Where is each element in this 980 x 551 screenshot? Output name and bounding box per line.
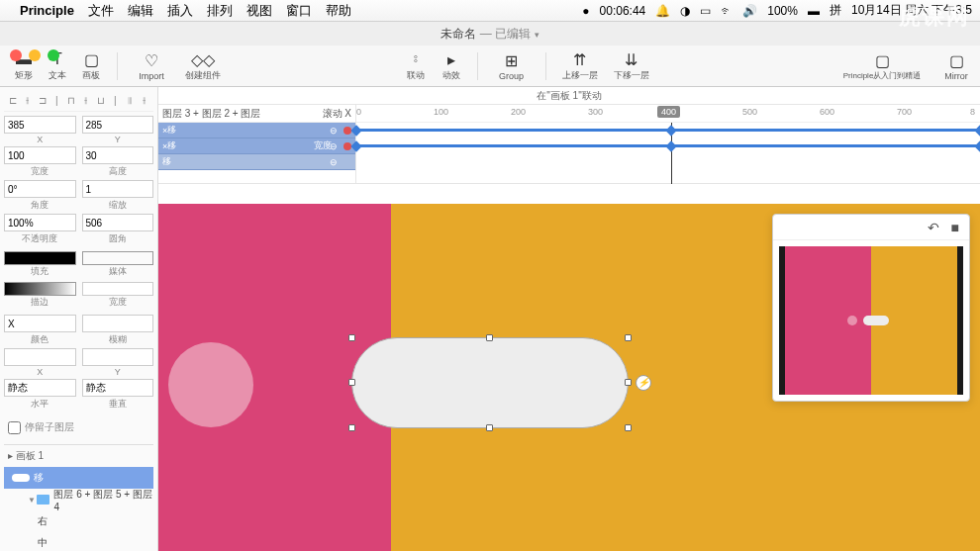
doc-state: — 已编辑 bbox=[480, 27, 531, 41]
align-bottom-icon: ⊔ bbox=[94, 95, 108, 107]
prop-y[interactable] bbox=[82, 116, 154, 134]
macos-menubar: Principle 文件 编辑 插入 排列 视图 窗口 帮助 ● 00:06:4… bbox=[0, 0, 980, 22]
layer-item-right[interactable]: 右 bbox=[4, 510, 153, 532]
scroll-v[interactable] bbox=[82, 379, 154, 397]
wifi-icon[interactable]: ᯤ bbox=[721, 4, 733, 18]
tool-import[interactable]: ♡Import bbox=[128, 46, 175, 86]
rec-icon: ● bbox=[582, 4, 589, 18]
prop-x[interactable] bbox=[4, 116, 76, 134]
alignment-controls[interactable]: ⊏⫲⊐ | ⊓⫲⊔ | ⫴⫲ bbox=[4, 91, 153, 112]
shadow-x[interactable] bbox=[4, 348, 76, 366]
prop-width[interactable] bbox=[4, 146, 76, 164]
track-3[interactable] bbox=[356, 154, 980, 170]
align-right-icon: ⊐ bbox=[36, 95, 49, 107]
layers-header: ▸ 画板 1 bbox=[4, 445, 153, 467]
inspector-panel: ⊏⫲⊐ | ⊓⫲⊔ | ⫴⫲ X Y 宽度 高度 角度 缩放 不透明度 圆角 填… bbox=[0, 87, 158, 551]
doc-title: 未命名 bbox=[441, 27, 476, 41]
tl-scroll[interactable]: 滚动 X bbox=[323, 107, 351, 121]
shadow-color-4[interactable] bbox=[4, 315, 76, 332]
sync-icon[interactable]: ◑ bbox=[680, 4, 690, 18]
border-swatch[interactable] bbox=[4, 282, 76, 296]
camera-icon[interactable]: ■ bbox=[951, 220, 959, 235]
prop-height[interactable] bbox=[82, 146, 154, 164]
tool-layer-up[interactable]: ⇈上移一层 bbox=[556, 46, 604, 86]
timeline: 图层 3 + 图层 2 + 图层滚动 X × 移⊖ × 移宽度⊖ 移⊖ 0 10… bbox=[158, 105, 980, 184]
prop-scale[interactable] bbox=[82, 180, 154, 198]
layer-group-1[interactable]: ▼图层 6 + 图层 5 + 图层 4 bbox=[4, 489, 153, 510]
rec-time: 00:06:44 bbox=[600, 4, 646, 18]
canvas-capsule-selected[interactable]: ⚡ bbox=[351, 337, 629, 428]
zoom-button[interactable] bbox=[48, 49, 59, 61]
app-name[interactable]: Principle bbox=[20, 3, 74, 18]
tool-group[interactable]: ⊞Group bbox=[488, 46, 536, 86]
prop-opacity[interactable] bbox=[4, 214, 76, 231]
menu-edit[interactable]: 编辑 bbox=[128, 2, 153, 20]
distribute-v-icon: ⫲ bbox=[138, 95, 151, 107]
layers-panel: ▸ 画板 1 移 ▼图层 6 + 图层 5 + 图层 4 右 中 左 ▼图层 3… bbox=[4, 444, 153, 551]
menu-window[interactable]: 窗口 bbox=[286, 2, 312, 20]
distribute-h-icon: ⫴ bbox=[123, 95, 137, 107]
preview-panel[interactable]: ↶ ■ bbox=[772, 214, 970, 402]
tool-create-component[interactable]: ◇◇创建组件 bbox=[179, 46, 227, 86]
tool-tutorial[interactable]: ▢Principle从入门到精通 bbox=[828, 46, 936, 86]
minimize-button[interactable] bbox=[29, 49, 41, 61]
playhead-marker[interactable]: 400 bbox=[657, 106, 680, 118]
menu-file[interactable]: 文件 bbox=[88, 2, 114, 20]
preview-capsule bbox=[863, 316, 889, 325]
media-swatch[interactable] bbox=[82, 251, 154, 265]
menu-insert[interactable]: 插入 bbox=[167, 2, 193, 20]
battery-pct: 100% bbox=[767, 4, 798, 18]
window-titlebar: 未命名 — 已编辑 ▾ bbox=[0, 22, 980, 46]
tl-row-2[interactable]: × 移宽度⊖ bbox=[158, 138, 355, 154]
track-1[interactable] bbox=[356, 123, 980, 138]
undo-icon[interactable]: ↶ bbox=[928, 220, 939, 235]
ime[interactable]: 拼 bbox=[830, 2, 841, 19]
battery-icon: ▬ bbox=[808, 4, 820, 18]
shadow-y[interactable] bbox=[82, 348, 154, 366]
canvas-circle[interactable] bbox=[168, 342, 253, 427]
clip-checkbox[interactable] bbox=[8, 421, 21, 434]
align-center-h-icon: ⫲ bbox=[21, 95, 35, 107]
display-icon[interactable]: ▭ bbox=[700, 4, 711, 18]
tl-row-1[interactable]: × 移⊖ bbox=[158, 123, 355, 138]
layer-selected[interactable]: 移 bbox=[4, 467, 153, 489]
traffic-lights bbox=[0, 44, 69, 67]
canvas[interactable]: ⚡ ↶ ■ bbox=[158, 184, 980, 551]
tool-artboard[interactable]: ▢画板 bbox=[75, 46, 107, 86]
toolbar: ▬矩形 T文本 ▢画板 ♡Import ◇◇创建组件 ⦂联动 ▸动效 ⊞Grou… bbox=[0, 46, 980, 87]
preview-dot bbox=[847, 316, 857, 325]
align-top-icon: ⊓ bbox=[64, 95, 78, 107]
close-button[interactable] bbox=[10, 49, 22, 61]
scroll-h[interactable] bbox=[4, 379, 76, 397]
tl-title: 图层 3 + 图层 2 + 图层 bbox=[162, 107, 260, 121]
subheader: 在"画板 1"联动 bbox=[158, 87, 980, 105]
align-left-icon: ⊏ bbox=[6, 95, 20, 107]
fill-swatch[interactable] bbox=[4, 251, 76, 265]
layer-item-center[interactable]: 中 bbox=[4, 532, 153, 551]
prop-angle[interactable] bbox=[4, 180, 76, 198]
lightning-icon[interactable]: ⚡ bbox=[636, 375, 651, 391]
tool-effects[interactable]: ▸动效 bbox=[436, 46, 467, 86]
notif-icon[interactable]: 🔔 bbox=[655, 4, 670, 18]
tool-layer-down[interactable]: ⇊下移一层 bbox=[608, 46, 655, 86]
shadow-blur[interactable] bbox=[82, 315, 154, 332]
tl-row-3[interactable]: 移⊖ bbox=[158, 154, 355, 170]
ruler[interactable]: 0 100 200 300 400 500 600 700 8 bbox=[356, 105, 980, 123]
menu-view[interactable]: 视图 bbox=[246, 2, 272, 20]
align-center-v-icon: ⫲ bbox=[79, 95, 93, 107]
menu-arrange[interactable]: 排列 bbox=[207, 2, 233, 20]
border-width[interactable] bbox=[82, 282, 154, 296]
volume-icon[interactable]: 🔊 bbox=[742, 4, 757, 18]
prop-radius[interactable] bbox=[82, 214, 154, 231]
menu-help[interactable]: 帮助 bbox=[326, 2, 351, 20]
track-2[interactable] bbox=[356, 138, 980, 154]
tool-mirror[interactable]: ▢Mirror bbox=[940, 46, 972, 86]
clock: 10月14日 周六 下午3:5 bbox=[851, 2, 972, 19]
tool-linkage[interactable]: ⦂联动 bbox=[400, 46, 432, 86]
